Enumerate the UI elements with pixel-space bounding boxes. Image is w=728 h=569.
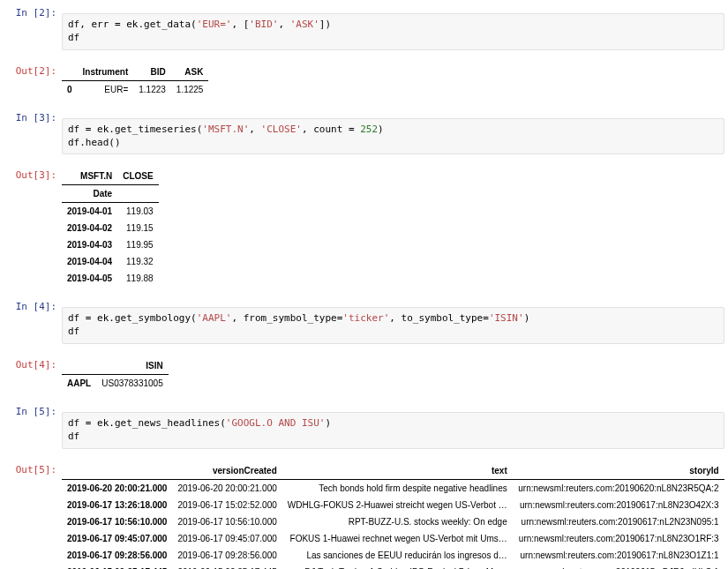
table-header: BID [133,64,171,81]
row-index: 2019-06-20 20:00:21.000 [62,479,172,497]
table-cell: urn:newsml:reuters.com:20190617:nL2N23N0… [513,513,724,530]
cell-3-input: In [3]: df = ek.get_timeseries('MSFT.N',… [4,109,724,165]
table-cell: WDHLG-FOKUS 2-Huawei streicht wegen US-V… [282,497,513,513]
table-row: 2019-06-17 13:26:18.0002019-06-17 15:02:… [62,497,724,513]
cell-3-in-prompt: In [3]: [4,109,62,124]
table-cell: 2019-06-17 10:56:10.000 [172,513,281,530]
table-header: Instrument [78,64,134,81]
table-cell: EUR= [78,80,134,98]
cell-3-table-wrap: MSFT.NCLOSEDate2019-04-01119.032019-04-0… [62,166,724,290]
table-cell: urn:newsml:reuters.com:20190615:nDJR9gdH… [513,564,724,569]
table-cell: Tech bonds hold firm despite negative he… [282,479,513,497]
table-cell: 1.1223 [133,80,171,98]
table-header: MSFT.N [62,168,117,185]
cell-2-table: InstrumentBIDASK0EUR=1.12231.1225 [62,64,208,98]
table-row: 2019-06-20 20:00:21.0002019-06-20 20:00:… [62,479,724,497]
table-header: text [282,462,513,480]
table-row: 2019-04-02119.15 [62,220,159,236]
row-index: 2019-04-02 [62,220,117,236]
table-subheader: Date [62,185,117,203]
cell-3-output: Out[3]: MSFT.NCLOSEDate2019-04-01119.032… [4,166,724,290]
row-index: 2019-04-01 [62,203,117,221]
cell-5-table: versionCreatedtextstoryIdsourceCode2019-… [62,462,724,569]
table-cell: 2019-06-17 09:28:56.000 [172,547,281,564]
table-cell: urn:newsml:reuters.com:20190620:nL8N23R5… [513,479,724,497]
row-index: 2019-06-17 10:56:10.000 [62,513,172,530]
table-cell: urn:newsml:reuters.com:20190617:nL8N23O4… [513,497,724,513]
table-header: ISIN [96,357,169,375]
cell-4-code[interactable]: df = ek.get_symbology('AAPL', from_symbo… [62,307,724,344]
table-row: 0EUR=1.12231.1225 [62,80,208,98]
cell-2-out-prompt: Out[2]: [4,62,62,77]
table-row: 2019-06-17 09:45:07.0002019-06-17 09:45:… [62,530,724,547]
table-cell: 119.88 [117,270,158,287]
row-index: 0 [62,80,78,98]
table-cell: DJ Tech Trader: A Sudden IPO Revival Bri… [282,564,513,569]
table-header [62,462,172,480]
table-row: 2019-04-01119.03 [62,203,159,221]
cell-2-code[interactable]: df, err = ek.get_data('EUR=', ['BID', 'A… [62,13,724,50]
row-index: 2019-06-17 09:28:56.000 [62,547,172,564]
table-header [62,64,78,81]
row-index: 2019-06-17 13:26:18.000 [62,497,172,513]
cell-4-out-prompt: Out[4]: [4,356,62,371]
cell-5-table-wrap: versionCreatedtextstoryIdsourceCode2019-… [62,460,724,569]
table-header: versionCreated [172,462,281,480]
table-header: CLOSE [117,168,158,185]
cell-5-output: Out[5]: versionCreatedtextstoryIdsourceC… [4,460,724,569]
table-subheader [117,185,158,203]
row-index: 2019-04-04 [62,253,117,270]
table-cell: 1.1225 [171,80,209,98]
cell-4-table: ISINAAPLUS0378331005 [62,357,169,392]
cell-5-code[interactable]: df = ek.get_news_headlines('GOOGL.O AND … [62,412,724,449]
table-row: 2019-06-15 02:35:17.4452019-06-15 02:35:… [62,564,724,569]
row-index: 2019-04-03 [62,236,117,253]
table-row: 2019-06-17 09:28:56.0002019-06-17 09:28:… [62,547,724,564]
table-row: AAPLUS0378331005 [62,375,169,393]
cell-3-out-prompt: Out[3]: [4,166,62,181]
table-header [62,357,96,375]
table-row: 2019-06-17 10:56:10.0002019-06-17 10:56:… [62,513,724,530]
cell-2-in-prompt: In [2]: [4,4,62,19]
table-header: ASK [171,64,209,81]
row-index: 2019-04-05 [62,270,117,287]
table-cell: FOKUS 1-Huawei rechnet wegen US-Verbot m… [282,530,513,547]
row-index: 2019-06-15 02:35:17.445 [62,564,172,569]
table-cell: 119.95 [117,236,158,253]
table-cell: RPT-BUZZ-U.S. stocks weekly: On edge [282,513,513,530]
table-cell: urn:newsml:reuters.com:20190617:nL8N23O1… [513,547,724,564]
cell-4-table-wrap: ISINAAPLUS0378331005 [62,356,724,395]
table-cell: 2019-06-20 20:00:21.000 [172,479,281,497]
table-cell: 119.15 [117,220,158,236]
table-cell: Las sanciones de EEUU reducirán los ingr… [282,547,513,564]
cell-4-input: In [4]: df = ek.get_symbology('AAPL', fr… [4,297,724,354]
table-cell: 119.32 [117,253,158,270]
table-row: 2019-04-03119.95 [62,236,159,253]
table-header: storyId [513,462,724,480]
table-cell: 119.03 [117,203,158,221]
table-row: 2019-04-05119.88 [62,270,159,287]
cell-2-table-wrap: InstrumentBIDASK0EUR=1.12231.1225 [62,62,724,101]
table-cell: urn:newsml:reuters.com:20190617:nL8N23O1… [513,530,724,547]
cell-5-out-prompt: Out[5]: [4,460,62,475]
cell-4-output: Out[4]: ISINAAPLUS0378331005 [4,356,724,395]
row-index: 2019-06-17 09:45:07.000 [62,530,172,547]
table-cell: 2019-06-17 09:45:07.000 [172,530,281,547]
cell-5-in-prompt: In [5]: [4,402,62,417]
cell-2-output: Out[2]: InstrumentBIDASK0EUR=1.12231.122… [4,62,724,101]
table-cell: 2019-06-15 02:35:17.445 [172,564,281,569]
cell-3-table: MSFT.NCLOSEDate2019-04-01119.032019-04-0… [62,168,159,287]
cell-2-input: In [2]: df, err = ek.get_data('EUR=', ['… [4,4,724,60]
table-cell: US0378331005 [96,375,169,393]
cell-4-in-prompt: In [4]: [4,297,62,312]
table-row: 2019-04-04119.32 [62,253,159,270]
cell-3-code[interactable]: df = ek.get_timeseries('MSFT.N', 'CLOSE'… [62,118,724,155]
row-index: AAPL [62,375,96,393]
table-cell: 2019-06-17 15:02:52.000 [172,497,281,513]
cell-5-input: In [5]: df = ek.get_news_headlines('GOOG… [4,402,724,459]
